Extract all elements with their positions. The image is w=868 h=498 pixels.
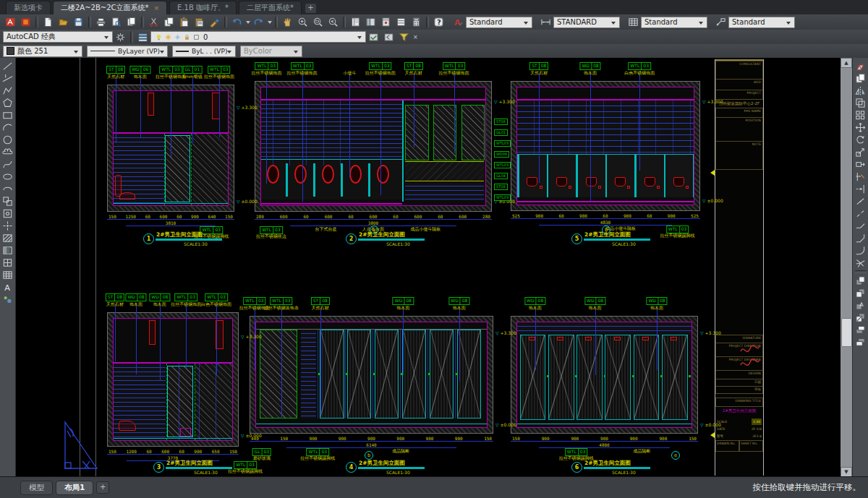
array-button[interactable] [854, 109, 868, 121]
bring-above-button[interactable] [854, 324, 868, 336]
mirror-button[interactable] [854, 85, 868, 97]
polygon-button[interactable] [1, 97, 15, 109]
insert-block-button[interactable] [1, 195, 15, 207]
create-block-button[interactable] [1, 207, 15, 220]
move-button[interactable] [854, 121, 868, 134]
file-tab-0[interactable]: 新选项卡 [6, 1, 51, 14]
properties-palette-button[interactable] [348, 16, 363, 29]
copy-button[interactable] [854, 72, 868, 85]
plotstyle-dropdown[interactable]: ByColor [240, 46, 302, 57]
break-at-point-button[interactable] [854, 195, 868, 207]
redo-button[interactable] [251, 16, 266, 29]
tool-group-button[interactable] [1, 293, 15, 306]
scroll-down-button[interactable]: ▼ [841, 467, 852, 477]
layer-color-swatch[interactable] [192, 33, 200, 41]
scale-button[interactable] [854, 146, 868, 158]
layer-lock-icon[interactable] [183, 33, 191, 41]
join-button[interactable] [854, 220, 868, 232]
open-button[interactable] [56, 16, 71, 29]
file-tab-3[interactable]: 二层平面系统* [239, 1, 302, 14]
text-to-front-button[interactable]: A [854, 299, 868, 312]
tool-palettes-button[interactable] [378, 16, 393, 29]
ellipse-arc-button[interactable] [1, 183, 15, 195]
model-tab[interactable]: 模型 [20, 481, 53, 495]
add-layout-button[interactable]: + [96, 481, 109, 494]
send-under-button[interactable] [854, 336, 868, 348]
pdf-attach-button[interactable] [18, 16, 33, 29]
gradient-button[interactable] [1, 244, 15, 257]
polyline-button[interactable] [1, 85, 15, 97]
match-properties-button[interactable] [207, 16, 222, 29]
break-button[interactable] [854, 207, 868, 220]
chamfer-button[interactable] [854, 232, 868, 244]
workspace-dropdown[interactable]: AutoCAD 经典 [3, 31, 113, 43]
layer-freeze-icon[interactable] [164, 33, 172, 41]
circle-button[interactable] [1, 134, 15, 146]
plot-button[interactable] [93, 16, 109, 29]
send-to-back-button[interactable] [854, 287, 868, 299]
point-button[interactable] [1, 220, 15, 232]
revision-cloud-button[interactable] [1, 146, 15, 158]
table-style-dropdown[interactable]: Standard [641, 17, 707, 28]
ellipse-button[interactable] [1, 171, 15, 183]
paste-button[interactable] [176, 16, 192, 29]
layer-states-button[interactable] [366, 30, 381, 43]
text-style-dropdown[interactable]: Standard [466, 17, 532, 28]
zoom-realtime-button[interactable] [295, 16, 310, 29]
layer-viewport-freeze-icon[interactable] [174, 33, 182, 41]
arc-button[interactable] [1, 121, 15, 134]
scrollbar-thumb[interactable] [841, 318, 852, 347]
hatch-button[interactable] [1, 232, 15, 244]
color-dropdown[interactable]: 颜色 251 [3, 46, 82, 57]
trim-button[interactable] [854, 171, 868, 183]
file-tab-1[interactable]: 二楼2A~2B~2C立面系统*× [53, 1, 167, 14]
layer-filter-button[interactable] [396, 30, 412, 43]
zoom-previous-button[interactable] [326, 16, 341, 29]
design-center-button[interactable] [363, 16, 378, 29]
help-button[interactable]: ? [431, 16, 446, 29]
dim-style-dropdown[interactable]: STANDARD [553, 17, 620, 28]
save-button[interactable] [71, 16, 86, 29]
layer-on-icon[interactable] [155, 33, 163, 41]
sheet-set-manager-button[interactable] [393, 16, 409, 29]
drawing-canvas[interactable]: ST08天然石材WD06饰木面WTL03拉丝不锈钢饰面GL016mm银镜WTL0… [16, 58, 841, 477]
layer-properties-button[interactable] [135, 30, 150, 43]
bring-to-front-button[interactable] [854, 275, 868, 287]
file-tab-2[interactable]: E.1B 咖啡厅、* [169, 1, 237, 14]
layer-dropdown[interactable]: 0 [150, 31, 366, 43]
copy-button[interactable] [161, 16, 176, 29]
layer-previous-button[interactable] [381, 30, 396, 43]
redo-list-button[interactable] [266, 16, 273, 29]
fillet-button[interactable] [854, 244, 868, 257]
offset-button[interactable] [854, 97, 868, 109]
multiline-text-button[interactable]: A [1, 281, 15, 293]
close-icon[interactable]: × [154, 4, 160, 12]
linetype-dropdown[interactable]: ByLayer (VP) [87, 46, 168, 57]
stretch-button[interactable] [854, 158, 868, 171]
close-icon[interactable]: × [413, 34, 418, 40]
vertical-scrollbar[interactable]: ▲ ▼ [841, 58, 852, 477]
line-button[interactable] [1, 60, 15, 72]
explode-button[interactable] [854, 257, 868, 269]
mleader-style-dropdown[interactable]: Standard [728, 17, 795, 28]
lineweight-dropdown[interactable]: ByL . . (VP) [172, 46, 236, 57]
undo-list-button[interactable] [244, 16, 251, 29]
extend-button[interactable] [854, 183, 868, 195]
spline-button[interactable] [1, 158, 15, 171]
calculator-button[interactable] [409, 16, 424, 29]
plot-preview-button[interactable] [109, 16, 124, 29]
new-button[interactable] [41, 16, 56, 29]
erase-button[interactable] [854, 60, 868, 72]
paste-special-button[interactable] [192, 16, 207, 29]
workspace-settings-button[interactable] [113, 30, 128, 43]
publish-button[interactable] [124, 16, 139, 29]
rotate-button[interactable] [854, 134, 868, 146]
cut-button[interactable] [146, 16, 161, 29]
table-button[interactable] [1, 269, 15, 281]
region-button[interactable] [1, 257, 15, 269]
pan-button[interactable] [280, 16, 295, 29]
hatch-to-back-button[interactable] [854, 312, 868, 324]
construction-line-button[interactable] [1, 72, 15, 85]
pdf-export-button[interactable] [3, 16, 18, 29]
new-tab-button[interactable]: + [305, 4, 316, 13]
